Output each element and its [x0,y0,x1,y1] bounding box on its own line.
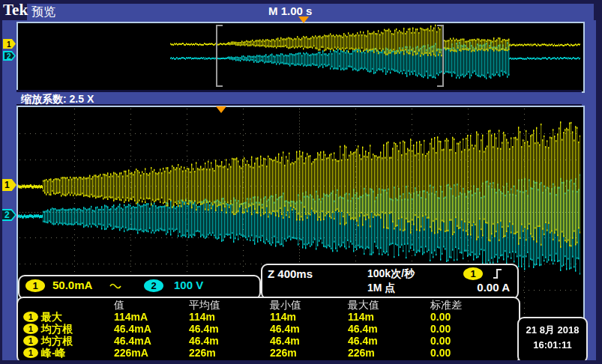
measurement-mean: 46.4m [189,323,219,335]
sample-rate-readout: 100k次/秒 [367,267,415,281]
overview-ch2-marker[interactable]: 2 [3,51,16,61]
ch2-scale-readout[interactable]: 100 V [174,279,203,291]
row-channel-tag: 1 [23,348,38,358]
ch1-tag[interactable]: 1 [25,279,45,292]
record-length-readout: 1M 点 [367,282,395,295]
measurement-stddev: 0.00 [430,323,451,335]
date-readout: 21 8月 2018 [519,324,586,337]
table-row: 1 最大 114mA 114m 114m 114m 0.00 [18,311,519,323]
acquisition-trigger-readout-box: Z 400ms 100k次/秒 1M 点 1 0.00 A [261,264,519,300]
screen-edge-left [0,0,2,364]
acquisition-mode-label: 预览 [31,4,55,20]
measurement-max: 226m [348,347,375,359]
measurement-max: 114m [348,311,374,323]
measurement-max: 46.4m [348,335,378,347]
ch1-scale-readout[interactable]: 50.0mA [52,279,92,291]
table-row: 1 均方根 46.4mA 46.4m 46.4m 46.4m 0.00 [18,323,519,335]
expansion-point-marker-icon[interactable] [216,106,226,113]
datetime-box: 21 8月 2018 16:01:11 [517,317,588,363]
measurement-stddev: 0.00 [430,347,451,359]
rising-edge-icon [492,268,503,279]
screen-edge-right [596,0,602,364]
overview-ch1-marker[interactable]: 1 [3,39,16,49]
main-ch2-marker[interactable]: 2 [1,209,16,221]
measurement-value: 46.4mA [114,335,151,347]
trigger-source-tag[interactable]: 1 [463,267,483,280]
measurement-min: 46.4m [270,335,300,347]
zoom-window-right-bracket[interactable] [437,25,444,87]
sine-wave-icon [109,282,121,291]
time-readout: 16:01:11 [519,339,586,351]
row-channel-tag: 1 [23,336,38,346]
row-channel-tag: 1 [23,324,38,334]
record-overview-window [16,22,585,93]
measurement-mean: 114m [189,311,215,323]
measurement-name: 峰-峰 [41,347,66,360]
measurement-mean: 46.4m [189,335,219,347]
measurement-value: 226mA [114,347,148,359]
row-channel-tag: 1 [23,312,38,322]
measurement-value: 46.4mA [114,323,151,335]
table-row: 1 峰-峰 226mA 226m 226m 226m 0.00 [18,347,519,359]
zoom-factor-bar-background: 缩放系数: 2.5 X [16,92,582,104]
trigger-position-marker-icon[interactable] [298,16,309,23]
trigger-level-readout[interactable]: 0.00 A [477,281,510,294]
measurements-table: 值 平均值 最小值 最大值 标准差 1 最大 114mA 114m 114m 1… [16,297,520,363]
zoom-factor-label: 缩放系数: 2.5 X [21,93,94,106]
measurement-min: 114m [270,311,296,323]
oscilloscope-screen: Tek 预览 M 1.00 s 1 2 缩放系数: 2.5 X 1 2 1 [0,0,602,364]
ch2-tag[interactable]: 2 [144,279,163,292]
measurement-value: 114mA [114,311,148,323]
measurement-mean: 226m [189,347,216,359]
zoom-factor-bar: 缩放系数: 2.5 X [16,90,582,106]
measurement-min: 46.4m [270,323,300,335]
main-ch1-marker[interactable]: 1 [1,179,16,191]
measurement-stddev: 0.00 [430,335,451,347]
measurement-stddev: 0.00 [430,311,451,323]
zoom-window-left-bracket[interactable] [216,25,223,87]
tek-logo: Tek [3,1,28,19]
table-row: 1 均方根 46.4mA 46.4m 46.4m 46.4m 0.00 [18,335,519,347]
measurement-max: 46.4m [348,323,378,335]
screen-edge-bottom [0,360,602,364]
main-timebase-readout[interactable]: M 1.00 s [268,4,312,17]
zoom-timebase-readout[interactable]: Z 400ms [268,267,313,280]
overview-waveform-canvas [18,23,580,88]
measurement-min: 226m [270,347,297,359]
